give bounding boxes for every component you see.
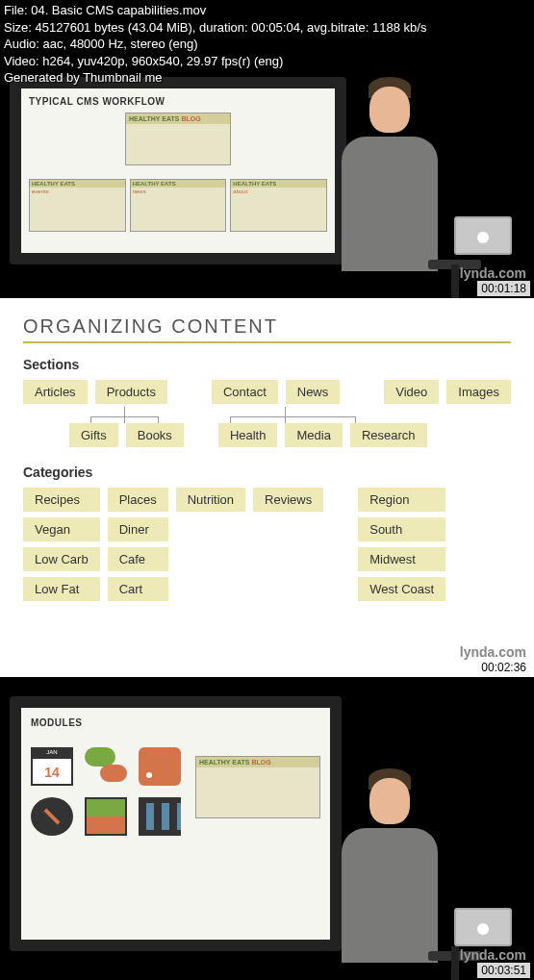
meta-audio: Audio: aac, 48000 Hz, stereo (eng) xyxy=(4,36,426,53)
category-tag: Recipes xyxy=(23,488,100,512)
presentation-board: TYPICAL CMS WORKFLOW HEALTHY EATS BLOG H… xyxy=(10,77,346,264)
categories-area: Recipes Vegan Low Carb Low Fat Places Di… xyxy=(23,488,511,601)
stand-pole xyxy=(451,264,459,298)
photo-icon xyxy=(85,797,127,836)
category-tag: Reviews xyxy=(253,488,323,512)
section-tag: News xyxy=(286,380,341,404)
presenter-person xyxy=(322,768,457,961)
module-icons-grid: JAN 14 xyxy=(31,747,185,836)
section-tag: Contact xyxy=(212,380,278,404)
compass-icon xyxy=(31,797,73,836)
category-tag: Cart xyxy=(108,577,168,601)
watermark: lynda.com xyxy=(460,947,526,963)
presenter-person xyxy=(322,77,457,269)
category-tag: Places xyxy=(108,488,168,512)
category-tag: West Coast xyxy=(358,577,445,601)
category-tag: Vegan xyxy=(23,517,100,541)
workflow-children: HEALTHY EATS events HEALTHY EATS news HE… xyxy=(29,179,327,232)
workflow-child-node: HEALTHY EATS events xyxy=(29,179,126,232)
frame-timestamp: 00:01:18 xyxy=(477,281,530,296)
site-brand-suffix: BLOG xyxy=(181,115,200,122)
film-icon xyxy=(139,797,181,836)
tree-connector xyxy=(23,410,511,423)
section-tag: Images xyxy=(446,380,511,404)
categories-heading: Categories xyxy=(23,465,511,480)
category-tag: Midwest xyxy=(358,547,445,571)
section-tag: Video xyxy=(384,380,439,404)
category-tag: Cafe xyxy=(108,547,168,571)
category-tag: Region xyxy=(358,488,445,512)
rss-icon xyxy=(139,747,181,786)
meta-video: Video: h264, yuv420p, 960x540, 29.97 fps… xyxy=(4,53,426,70)
module-preview-card: HEALTHY EATS BLOG xyxy=(195,756,320,818)
workflow-child-node: HEALTHY EATS news xyxy=(130,179,227,232)
category-tag: Diner xyxy=(108,517,168,541)
thumbnail-frame-2: ORGANIZING CONTENT Sections Articles Pro… xyxy=(0,298,534,677)
preview-brand: HEALTHY EATS xyxy=(199,759,250,766)
thumbnail-frame-3: MODULES JAN 14 HEALTHY EATS BLOG lynda.c… xyxy=(0,677,534,980)
meta-size: Size: 45127601 bytes (43.04 MiB), durati… xyxy=(4,19,426,37)
laptop-icon xyxy=(454,216,526,269)
meta-generated: Generated by Thumbnail me xyxy=(4,69,426,87)
site-brand: HEALTHY EATS xyxy=(129,115,180,122)
watermark: lynda.com xyxy=(460,265,526,281)
section-child-tag: Health xyxy=(218,423,278,447)
category-tag: Nutrition xyxy=(176,488,245,512)
presentation-board: MODULES JAN 14 HEALTHY EATS BLOG xyxy=(10,696,342,951)
sections-area: Articles Products Contact News Video Ima… xyxy=(23,380,511,447)
workflow-child-node: HEALTHY EATS about xyxy=(230,179,327,232)
watermark: lynda.com xyxy=(460,644,526,660)
section-child-tag: Media xyxy=(285,423,342,447)
title-underline xyxy=(23,341,511,343)
video-metadata: File: 04. Basic CMS capabilities.mov Siz… xyxy=(4,2,426,87)
apple-logo-icon xyxy=(477,232,489,243)
section-tag: Articles xyxy=(23,380,88,404)
category-tag: Low Fat xyxy=(23,577,100,601)
section-child-tag: Books xyxy=(126,423,184,447)
meta-file: File: 04. Basic CMS capabilities.mov xyxy=(4,2,426,19)
category-tag: Low Carb xyxy=(23,547,100,571)
section-child-tag: Research xyxy=(350,423,427,447)
workflow-root-node: HEALTHY EATS BLOG xyxy=(125,113,231,165)
calendar-icon: JAN 14 xyxy=(31,747,73,786)
frame-timestamp: 00:02:36 xyxy=(477,660,530,675)
slide-title: ORGANIZING CONTENT xyxy=(23,315,511,338)
section-child-tag: Gifts xyxy=(69,423,118,447)
preview-brand-suffix: BLOG xyxy=(251,759,270,766)
section-tag: Products xyxy=(95,380,167,404)
comments-icon xyxy=(85,747,127,786)
frame-timestamp: 00:03:51 xyxy=(477,963,530,978)
apple-logo-icon xyxy=(477,923,489,935)
slide-title: TYPICAL CMS WORKFLOW xyxy=(29,96,327,107)
category-tag: South xyxy=(358,517,445,541)
slide-title: MODULES xyxy=(31,717,320,728)
sections-heading: Sections xyxy=(23,357,511,372)
